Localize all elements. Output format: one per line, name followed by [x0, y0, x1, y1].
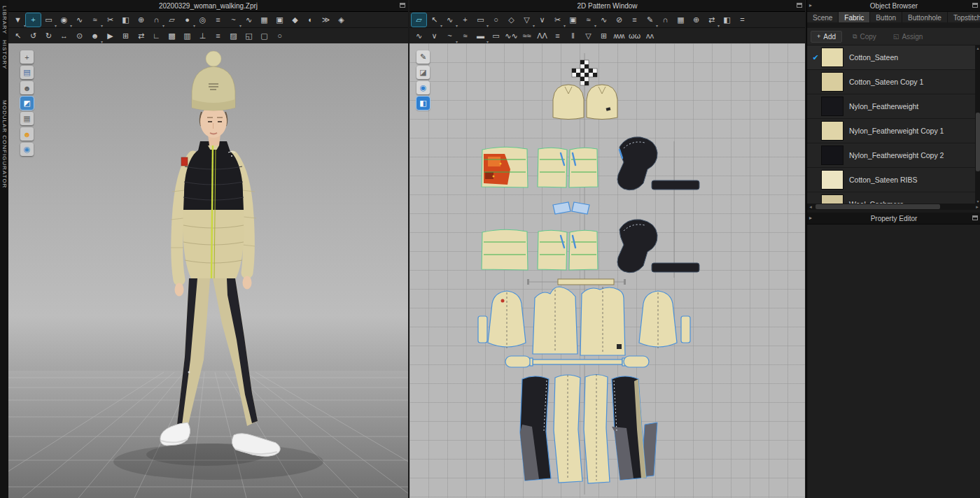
tool-wind[interactable]: ≫	[318, 13, 333, 27]
tool-fabric-texture[interactable]: ▦	[257, 13, 272, 27]
tool-fold-2d[interactable]: ◧	[720, 13, 734, 27]
tool-camera[interactable]: ▢	[257, 29, 272, 43]
tool-button[interactable]: ●	[180, 13, 195, 27]
fabric-swatch[interactable]	[821, 97, 844, 116]
fabric-row-cotton-sateen[interactable]: ✔ Cotton_Sateen	[807, 45, 980, 70]
tool-align[interactable]: =	[735, 13, 750, 27]
tool-light[interactable]: ◐	[303, 13, 318, 27]
tool-select-move[interactable]: +	[26, 13, 41, 27]
tool-transform-pattern[interactable]: ▱	[412, 13, 426, 27]
sleeve-left[interactable]	[488, 291, 526, 348]
tool-grading[interactable]: ≡	[627, 13, 642, 27]
tool-trace[interactable]: ▣	[566, 13, 580, 27]
vest-back-panel-2[interactable]	[538, 230, 567, 270]
zipper-strip-right[interactable]	[572, 202, 589, 214]
view-tool-gizmo-toggle[interactable]: +	[20, 50, 34, 64]
tool-select-rectangle[interactable]: ▭	[41, 13, 56, 27]
bodice-back[interactable]	[580, 287, 625, 355]
tool-create-circle[interactable]: ○	[489, 13, 503, 27]
fabric-row-nylon-featherweight[interactable]: Nylon_Featherweight	[807, 94, 980, 119]
tool-pleat[interactable]: ΛΛ	[535, 29, 550, 43]
tool-stitch-display[interactable]: ≡	[211, 29, 225, 43]
tool-select-pin[interactable]: ◉	[57, 13, 71, 27]
tool-trim[interactable]: ◆	[288, 13, 302, 27]
scroll-up-icon[interactable]: ▴	[975, 45, 980, 50]
view-tool-info-display[interactable]: ◉	[416, 81, 430, 94]
tool-texture-editor[interactable]: ▦	[673, 13, 688, 27]
vest-back-panel-1[interactable]	[482, 229, 528, 270]
tool-topstitch[interactable]: ~	[226, 13, 241, 27]
tool-edit-pattern[interactable]: ↖	[427, 13, 442, 27]
tool-fusible[interactable]: ▭	[489, 29, 503, 43]
fabric-row-nylon-featherweight-copy-2[interactable]: Nylon_Featherweight Copy 2	[807, 143, 980, 168]
tool-piping[interactable]: ‖	[566, 29, 580, 43]
maximize-icon[interactable]	[972, 3, 978, 8]
tool-buttonhole[interactable]: ◎	[195, 13, 210, 27]
scroll-left-icon[interactable]: ◂	[807, 204, 814, 210]
collar-strip-front[interactable]	[652, 180, 699, 190]
tool-snap[interactable]: ∟	[149, 29, 164, 43]
fabric-swatch[interactable]	[821, 170, 844, 190]
pocket-right[interactable]	[624, 356, 649, 367]
vest-front-print-panel[interactable]	[482, 147, 528, 187]
collapse-panel-icon[interactable]: ▸	[809, 215, 812, 221]
tool-elastic[interactable]: ∿∿	[504, 29, 519, 43]
tool-fit-to-view[interactable]: ◱	[241, 29, 256, 43]
fabric-swatch[interactable]	[821, 48, 844, 67]
tool-rotate-view[interactable]: ↺	[26, 29, 41, 43]
tool-render[interactable]: ◈	[334, 13, 349, 27]
tool-zoom-view[interactable]: ⊙	[72, 29, 87, 43]
fabric-list[interactable]: ▴ ▾ ✔ Cotton_Sateen Cotton_Sateen Copy 1…	[807, 45, 980, 204]
tool-binding[interactable]: ≡	[550, 29, 565, 43]
view-tool-environment[interactable]: ◉	[20, 143, 34, 156]
view-tool-edit-tool[interactable]: ✎	[416, 50, 430, 64]
view-tool-fabric-display[interactable]: ◧	[416, 97, 430, 110]
fabric-row-cotton-sateen-copy-1[interactable]: Cotton_Sateen Copy 1	[807, 70, 980, 94]
tool-topstitch-free[interactable]: ≈	[458, 29, 472, 43]
tab-buttonhole[interactable]: Buttonhole	[902, 12, 948, 22]
maximize-icon[interactable]	[972, 215, 978, 220]
maximize-icon[interactable]	[400, 3, 405, 8]
tool-measure[interactable]: ∩	[149, 13, 164, 27]
tab-button[interactable]: Button	[870, 12, 902, 22]
copy-button[interactable]: ⧉Copy	[846, 31, 883, 43]
tool-add-point[interactable]: +	[458, 13, 472, 27]
pocket-left[interactable]	[505, 356, 531, 367]
pant-leg-3[interactable]	[584, 374, 610, 483]
tool-display-settings[interactable]: ○	[272, 29, 287, 43]
tool-sew-free[interactable]: ≈	[88, 13, 102, 27]
tool-puckering[interactable]: ∿	[241, 13, 256, 27]
tool-arrangement-points[interactable]: ▶	[103, 29, 118, 43]
fabric-list-vscrollbar[interactable]: ▴ ▾	[975, 45, 980, 204]
view-tool-mesh-display[interactable]: ▦	[20, 112, 34, 125]
fabric-swatch[interactable]	[821, 72, 844, 92]
tool-flatten[interactable]: ▱	[164, 13, 179, 27]
tool-dart-tool[interactable]: ▽	[581, 29, 596, 43]
cuff-right[interactable]	[681, 316, 690, 343]
tool-load-garment[interactable]: ▼	[10, 13, 25, 27]
tab-fabric[interactable]: Fabric	[839, 12, 870, 22]
tool-topstitch-segment[interactable]: ~	[442, 29, 457, 43]
tool-create-polygon[interactable]: ◇	[504, 13, 519, 27]
tool-select-tool[interactable]: ↖	[10, 29, 25, 43]
fabric-row-wool-cashmere[interactable]: Wool_Cashmere	[807, 192, 980, 204]
cuff-left[interactable]	[478, 316, 487, 343]
viewport-3d[interactable]: +▤☻◩▦☻◉	[8, 43, 408, 498]
rail-tab-library[interactable]: LIBRARY	[1, 6, 8, 34]
tool-graphic[interactable]: ▣	[272, 13, 287, 27]
tool-create-rectangle[interactable]: ▭	[473, 13, 488, 27]
view-tool-pattern-tool[interactable]: ◪	[416, 66, 430, 79]
tool-show-avatar[interactable]: ☻	[88, 29, 102, 43]
tool-edit-curvature[interactable]: ∿	[442, 13, 457, 27]
tool-mirror[interactable]: ⇄	[134, 29, 148, 43]
hscroll-thumb[interactable]	[816, 204, 940, 209]
tool-annotation[interactable]: ✎	[643, 13, 657, 27]
tool-show-notches[interactable]: ∨	[427, 29, 442, 43]
hat-piece-left[interactable]	[553, 85, 584, 120]
pant-leg-1[interactable]	[520, 376, 551, 481]
scroll-right-icon[interactable]: ▸	[974, 204, 980, 210]
tool-stitch-style-b[interactable]: ʌʌ	[643, 29, 657, 43]
zipper-strip-left[interactable]	[553, 202, 570, 214]
tool-grid[interactable]: ▩	[164, 29, 179, 43]
fabric-row-cotton-sateen-ribs[interactable]: Cotton_Sateen RIBS	[807, 168, 980, 192]
